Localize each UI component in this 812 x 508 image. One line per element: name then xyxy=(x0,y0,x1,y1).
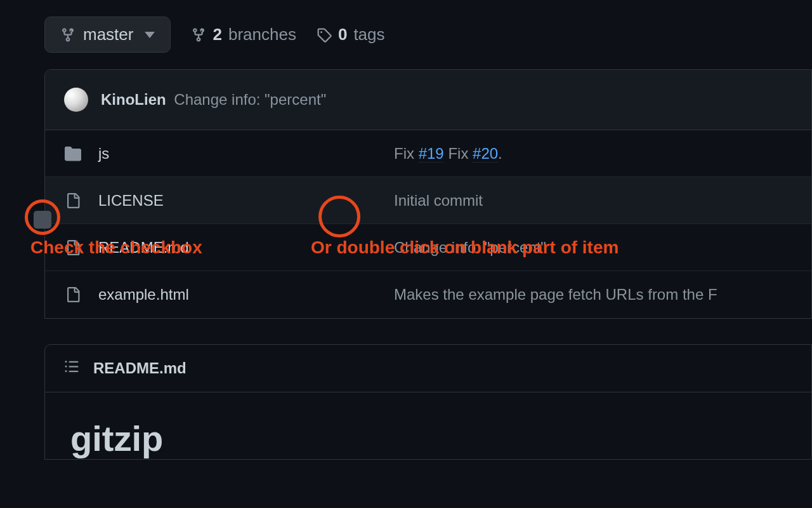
branch-icon xyxy=(191,27,206,43)
readme-heading: gitzip xyxy=(70,418,786,459)
latest-commit-header[interactable]: KinoLien Change info: "percent" xyxy=(45,70,811,130)
file-commit[interactable]: Initial commit xyxy=(394,192,792,210)
file-row-example[interactable]: example.html Makes the example page fetc… xyxy=(45,271,811,318)
file-name[interactable]: LICENSE xyxy=(98,192,377,210)
avatar[interactable] xyxy=(64,88,88,112)
file-name[interactable]: README.md xyxy=(98,239,377,257)
readme-header: README.md xyxy=(45,345,811,392)
file-row-license[interactable]: LICENSE Initial commit xyxy=(45,177,811,224)
chevron-down-icon xyxy=(145,32,155,38)
branches-count: 2 xyxy=(213,25,221,44)
commit-line: KinoLien Change info: "percent" xyxy=(101,91,326,109)
issue-link[interactable]: #19 xyxy=(419,145,444,163)
list-icon[interactable] xyxy=(64,359,79,378)
file-commit[interactable]: Change info: "percent" xyxy=(394,239,792,257)
tag-icon xyxy=(317,27,332,43)
extension-checkbox[interactable] xyxy=(34,211,51,229)
readme-filename[interactable]: README.md xyxy=(93,359,187,377)
file-commit[interactable]: Fix #19 Fix #20. xyxy=(394,145,792,163)
folder-icon xyxy=(64,145,82,162)
branch-selector-button[interactable]: master xyxy=(44,17,171,53)
file-icon xyxy=(64,240,82,255)
file-icon xyxy=(64,287,82,302)
file-icon xyxy=(64,193,82,208)
file-name[interactable]: js xyxy=(98,145,377,163)
readme-body: gitzip xyxy=(45,392,811,459)
repo-toolbar: master 2 branches 0 tags xyxy=(0,0,812,69)
tags-count: 0 xyxy=(338,25,347,44)
branches-word: branches xyxy=(228,25,296,44)
file-row-readme[interactable]: README.md Change info: "percent" xyxy=(45,224,811,271)
branch-icon xyxy=(60,27,75,43)
commit-message: Change info: "percent" xyxy=(174,91,326,108)
commit-author[interactable]: KinoLien xyxy=(101,91,166,108)
issue-link[interactable]: #20 xyxy=(473,145,498,163)
branches-link[interactable]: 2 branches xyxy=(191,25,296,44)
tags-link[interactable]: 0 tags xyxy=(317,25,385,44)
file-row-js[interactable]: js Fix #19 Fix #20. xyxy=(45,130,811,177)
branch-name: master xyxy=(83,25,133,44)
tags-word: tags xyxy=(353,25,384,44)
readme-panel: README.md gitzip xyxy=(44,344,812,460)
file-name[interactable]: example.html xyxy=(98,286,377,304)
file-commit[interactable]: Makes the example page fetch URLs from t… xyxy=(394,286,792,304)
file-list-panel: KinoLien Change info: "percent" js Fix #… xyxy=(44,69,812,319)
